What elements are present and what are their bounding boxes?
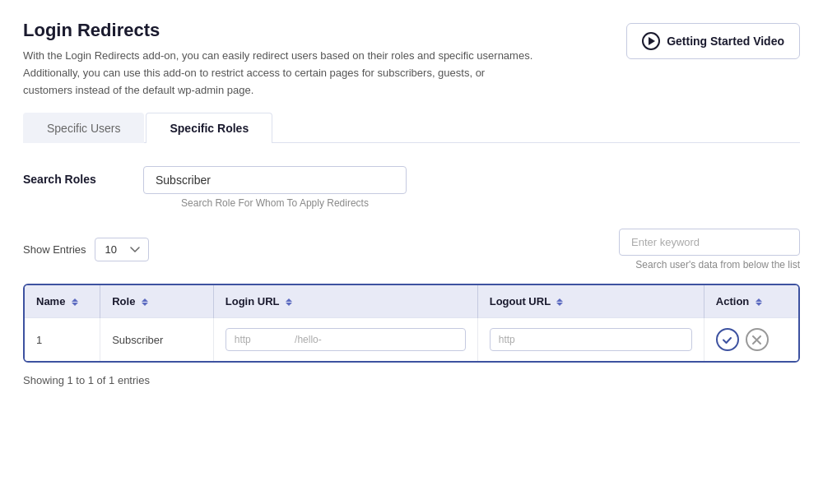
table-header-row: Name Role Login URL (25, 285, 798, 318)
controls-row: Show Entries 10 25 50 100 Search user's … (23, 229, 800, 270)
search-roles-label: Search Roles (23, 166, 130, 186)
keyword-search-hint: Search user's data from below the list (635, 259, 800, 270)
getting-started-button[interactable]: Getting Started Video (626, 23, 800, 59)
play-triangle (649, 37, 655, 45)
sort-up-icon (286, 298, 292, 302)
sort-up-icon (756, 298, 762, 302)
sort-icon-name (72, 298, 78, 306)
cancel-button[interactable] (746, 328, 769, 351)
cancel-icon (752, 335, 761, 344)
keyword-search-wrapper: Search user's data from below the list (619, 229, 800, 270)
keyword-search-input[interactable] (619, 229, 800, 256)
col-header-logout-url[interactable]: Logout URL (477, 285, 704, 318)
play-icon (642, 32, 660, 50)
sort-up-icon (72, 298, 78, 302)
confirm-button[interactable] (716, 328, 739, 351)
cell-name: 1 (25, 318, 100, 362)
sort-down-icon (72, 303, 78, 306)
sort-down-icon (286, 303, 292, 306)
action-icons (716, 328, 787, 351)
login-url-input[interactable] (226, 328, 466, 351)
sort-up-icon (556, 298, 563, 302)
sort-down-icon (556, 303, 563, 306)
search-roles-input[interactable] (143, 166, 407, 194)
tab-specific-users[interactable]: Specific Users (23, 113, 144, 143)
logout-url-input[interactable] (490, 328, 692, 351)
cell-logout-url (477, 318, 704, 362)
confirm-icon (722, 335, 732, 345)
cell-action (704, 318, 798, 362)
tabs-container: Specific Users Specific Roles (23, 112, 800, 143)
search-roles-section: Search Roles Search Role For Whom To App… (23, 166, 800, 209)
search-roles-hint: Search Role For Whom To Apply Redirects (143, 197, 407, 209)
header-section: Login Redirects With the Login Redirects… (23, 20, 800, 99)
sort-down-icon (756, 303, 762, 306)
col-header-role[interactable]: Role (100, 285, 214, 318)
sort-up-icon (142, 298, 148, 302)
sort-icon-role (142, 298, 148, 306)
show-entries-label: Show Entries (23, 243, 86, 256)
sort-icon-action (756, 298, 762, 306)
getting-started-label: Getting Started Video (667, 35, 784, 48)
footer-showing-text: Showing 1 to 1 of 1 entries (23, 374, 800, 386)
sort-down-icon (142, 303, 148, 306)
cell-role: Subscriber (100, 318, 214, 362)
entries-select[interactable]: 10 25 50 100 (95, 238, 149, 261)
sort-icon-logout-url (556, 298, 563, 306)
tab-specific-roles[interactable]: Specific Roles (146, 113, 272, 143)
table-row: 1 Subscriber (25, 318, 798, 362)
data-table-wrapper: Name Role Login URL (23, 284, 800, 363)
col-header-login-url[interactable]: Login URL (213, 285, 477, 318)
page-title: Login Redirects (23, 20, 533, 41)
cell-login-url (213, 318, 477, 362)
sort-icon-login-url (286, 298, 292, 306)
show-entries-row: Show Entries 10 25 50 100 (23, 238, 149, 261)
header-left: Login Redirects With the Login Redirects… (23, 20, 533, 99)
data-table: Name Role Login URL (25, 285, 798, 361)
search-roles-wrapper: Search Role For Whom To Apply Redirects (143, 166, 407, 209)
col-header-action[interactable]: Action (704, 285, 798, 318)
page-description: With the Login Redirects add-on, you can… (23, 48, 533, 99)
col-header-name[interactable]: Name (25, 285, 100, 318)
